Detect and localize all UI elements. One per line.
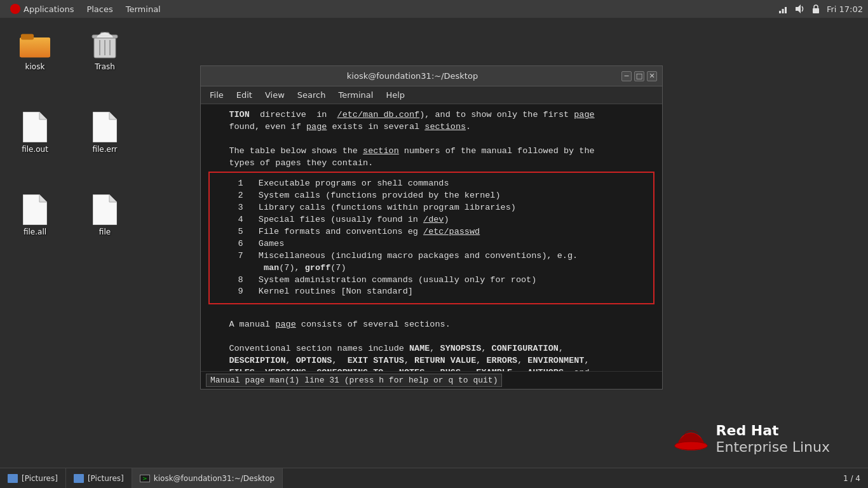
taskbar-item-pictures2[interactable]: [Pictures] bbox=[66, 468, 132, 488]
file-icon-svg2 bbox=[93, 112, 117, 142]
taskbar-page-indicator: 1 / 4 bbox=[843, 474, 868, 483]
fileout-img bbox=[20, 112, 50, 142]
section-8: 8 System administration commands (usuall… bbox=[217, 274, 646, 287]
svg-marker-3 bbox=[796, 4, 801, 13]
terminal-statusbar: Manual page man(1) line 31 (press h for … bbox=[201, 371, 662, 389]
taskbar-label-3: kiosk@foundation31:~/Desktop bbox=[154, 474, 275, 483]
section-6: 6 Games bbox=[217, 238, 646, 250]
desktop-icons: kiosk Trash bbox=[0, 23, 222, 283]
content-line5: types of pages they contain. bbox=[208, 158, 654, 170]
content-after5: DESCRIPTION, OPTIONS, EXIT STATUS, RETUR… bbox=[208, 355, 654, 367]
close-button[interactable]: ✕ bbox=[647, 71, 657, 81]
speaker-icon bbox=[794, 3, 805, 15]
file-label: file bbox=[99, 227, 111, 236]
redhat-name: Red Hat bbox=[716, 423, 830, 439]
taskbar-label-2: [Pictures] bbox=[88, 474, 124, 483]
desktop-icon-fileout[interactable]: file.out bbox=[6, 112, 64, 175]
redhat-text: Red Hat Enterprise Linux bbox=[716, 423, 830, 455]
kiosk-label: kiosk bbox=[25, 62, 45, 71]
content-after1 bbox=[208, 307, 654, 319]
terminal-menubar: File Edit View Search Terminal Help bbox=[201, 86, 662, 104]
redhat-subtitle: Enterprise Linux bbox=[716, 439, 830, 455]
topbar-places[interactable]: Places bbox=[81, 3, 118, 15]
desktop-icon-fileall[interactable]: file.all bbox=[6, 194, 64, 258]
kiosk-folder-img bbox=[20, 29, 50, 60]
page-indicator: 1 / 4 bbox=[843, 474, 860, 483]
svg-rect-1 bbox=[782, 9, 783, 13]
taskbar-label-1: [Pictures] bbox=[22, 474, 58, 483]
svg-rect-0 bbox=[779, 11, 781, 13]
section-2: 2 System calls (functions provided by th… bbox=[217, 190, 646, 202]
fileerr-label: file.err bbox=[92, 145, 117, 154]
network-icon bbox=[777, 3, 789, 15]
trash-img bbox=[90, 29, 120, 60]
menu-file[interactable]: File bbox=[205, 89, 229, 101]
section-5: 5 File formats and conventions eg /etc/p… bbox=[217, 226, 646, 238]
redhat-hat-icon bbox=[674, 421, 709, 456]
redhat-icon bbox=[10, 4, 20, 14]
redhat-logo: Red Hat Enterprise Linux bbox=[674, 421, 830, 456]
terminal-titlebar: kiosk@foundation31:~/Desktop ─ □ ✕ bbox=[201, 66, 662, 86]
topbar-terminal[interactable]: Terminal bbox=[121, 3, 166, 15]
section-4: 4 Special files (usually found in /dev) bbox=[217, 214, 646, 226]
svg-rect-7 bbox=[21, 34, 34, 39]
lock-icon bbox=[810, 3, 822, 15]
desktop-icon-trash[interactable]: Trash bbox=[76, 29, 133, 93]
sections-box: 1 Executable programs or shell commands … bbox=[208, 172, 654, 304]
terminal-title: kiosk@foundation31:~/Desktop bbox=[206, 71, 619, 81]
content-after2: A manual page consists of several sectio… bbox=[208, 319, 654, 331]
section-7b: man(7), groff(7) bbox=[217, 262, 646, 274]
fileout-label: file.out bbox=[22, 145, 48, 154]
folder-icon-svg bbox=[20, 30, 50, 58]
filemanager-icon1 bbox=[8, 474, 18, 483]
file-icon-svg3 bbox=[23, 194, 47, 225]
svg-marker-21 bbox=[109, 194, 117, 202]
section-1: 1 Executable programs or shell commands bbox=[217, 178, 646, 190]
svg-marker-15 bbox=[39, 112, 47, 119]
fileerr-img bbox=[90, 112, 120, 142]
taskbar: [Pictures] [Pictures] kiosk@foundation31… bbox=[0, 468, 868, 488]
svg-marker-19 bbox=[39, 194, 47, 202]
menu-view[interactable]: View bbox=[260, 89, 290, 101]
fileall-label: file.all bbox=[24, 227, 46, 236]
section-9: 9 Kernel routines [Non standard] bbox=[217, 286, 646, 298]
content-line3 bbox=[208, 133, 654, 146]
trash-label: Trash bbox=[95, 62, 115, 71]
section-3: 3 Library calls (functions within progra… bbox=[217, 202, 646, 214]
content-line4: The table below shows the section number… bbox=[208, 146, 654, 158]
fileall-img bbox=[20, 194, 50, 225]
maximize-button[interactable]: □ bbox=[634, 71, 644, 81]
desktop-icon-kiosk[interactable]: kiosk bbox=[6, 29, 64, 93]
taskbar-item-terminal[interactable]: kiosk@foundation31:~/Desktop bbox=[132, 468, 283, 488]
minimize-button[interactable]: ─ bbox=[621, 71, 632, 81]
desktop-icon-fileerr[interactable]: file.err bbox=[76, 112, 133, 175]
menu-terminal[interactable]: Terminal bbox=[333, 89, 378, 101]
section-7: 7 Miscellaneous (including macro package… bbox=[217, 250, 646, 262]
content-line1: TION directive in /etc/man_db.conf), and… bbox=[208, 109, 654, 121]
file-icon-svg4 bbox=[93, 194, 117, 225]
content-after3 bbox=[208, 331, 654, 343]
svg-rect-6 bbox=[20, 37, 50, 57]
topbar: Applications Places Terminal Fri 17:02 bbox=[0, 0, 868, 18]
topbar-app-menu[interactable]: Applications bbox=[5, 3, 79, 15]
file-img bbox=[90, 194, 120, 225]
file-icon-svg bbox=[23, 112, 47, 142]
clock: Fri 17:02 bbox=[827, 4, 863, 14]
desktop-icon-file[interactable]: file bbox=[76, 194, 133, 258]
trash-icon-svg bbox=[92, 29, 118, 60]
content-after4: Conventional section names include NAME,… bbox=[208, 343, 654, 355]
svg-rect-2 bbox=[785, 7, 787, 13]
status-text: Manual page man(1) line 31 (press h for … bbox=[206, 374, 502, 387]
content-line2: found, even if page exists in several se… bbox=[208, 121, 654, 133]
terminal-content[interactable]: TION directive in /etc/man_db.conf), and… bbox=[201, 104, 662, 371]
svg-rect-4 bbox=[813, 8, 819, 13]
taskbar-item-pictures1[interactable]: [Pictures] bbox=[0, 468, 66, 488]
svg-point-23 bbox=[674, 442, 707, 450]
terminal-icon bbox=[140, 475, 150, 482]
menu-edit[interactable]: Edit bbox=[231, 89, 257, 101]
menu-help[interactable]: Help bbox=[381, 89, 410, 101]
svg-marker-17 bbox=[109, 112, 117, 119]
menu-search[interactable]: Search bbox=[292, 89, 331, 101]
filemanager-icon2 bbox=[74, 474, 84, 483]
terminal-window: kiosk@foundation31:~/Desktop ─ □ ✕ File … bbox=[200, 65, 663, 390]
